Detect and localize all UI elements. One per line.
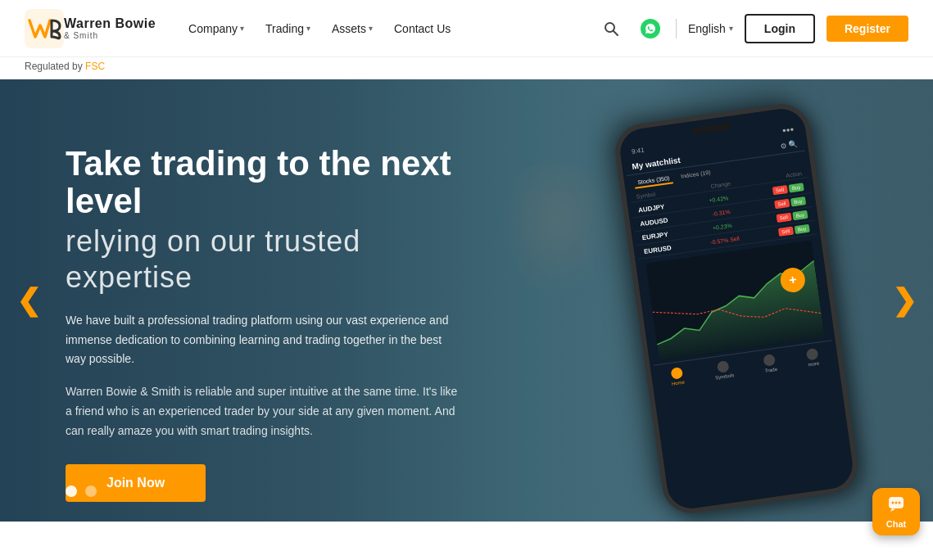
phone-chart: + bbox=[645, 240, 825, 360]
chat-widget[interactable]: Chat bbox=[872, 488, 920, 535]
chat-label: Chat bbox=[886, 519, 906, 529]
fsc-link[interactable]: FSC bbox=[85, 61, 105, 72]
brand-name: Warren Bowie bbox=[64, 16, 156, 31]
svg-point-6 bbox=[892, 501, 895, 504]
chevron-down-icon: ▾ bbox=[369, 24, 373, 33]
nav-item-trading[interactable]: Trading ▾ bbox=[257, 16, 319, 42]
phone-nav-home[interactable]: Home bbox=[669, 367, 685, 386]
phone-nav-trade[interactable]: Trade bbox=[763, 354, 777, 373]
header: Warren Bowie & Smith Company ▾ Trading ▾… bbox=[0, 0, 933, 79]
carousel-dot-1[interactable] bbox=[66, 485, 77, 497]
regulated-bar: Regulated by FSC bbox=[0, 57, 933, 79]
search-button[interactable] bbox=[597, 15, 625, 43]
svg-line-2 bbox=[614, 31, 618, 35]
chat-icon bbox=[887, 495, 905, 517]
hero-content: Take trading to the next level relying o… bbox=[66, 145, 491, 502]
chevron-down-icon: ▾ bbox=[729, 24, 733, 33]
login-button[interactable]: Login bbox=[745, 14, 815, 43]
chevron-down-icon: ▾ bbox=[306, 24, 310, 33]
hero-section: ❮ Take trading to the next level relying… bbox=[0, 79, 933, 522]
phone-tab-stocks[interactable]: Stocks (350) bbox=[634, 173, 674, 188]
phone-nav-symbols[interactable]: Symbols bbox=[713, 359, 735, 380]
hero-desc-1: We have built a professional trading pla… bbox=[66, 311, 459, 369]
hero-title-light: relying on our trusted expertise bbox=[66, 224, 491, 294]
chevron-down-icon: ▾ bbox=[240, 24, 244, 33]
svg-point-8 bbox=[899, 501, 901, 504]
whatsapp-icon bbox=[640, 18, 661, 39]
carousel-next-button[interactable]: ❯ bbox=[884, 278, 925, 323]
symbols-icon bbox=[717, 360, 730, 373]
register-button[interactable]: Register bbox=[827, 16, 908, 42]
phone-mockup: 9:41 ●●● My watchlist ⚙ 🔍 Stocks (350) I… bbox=[540, 96, 851, 522]
trade-icon bbox=[763, 354, 777, 367]
home-icon bbox=[670, 367, 683, 380]
svg-point-7 bbox=[895, 501, 898, 504]
carousel-dot-2[interactable] bbox=[85, 485, 97, 497]
nav-item-assets[interactable]: Assets ▾ bbox=[324, 16, 381, 42]
carousel-prev-button[interactable]: ❮ bbox=[8, 278, 49, 323]
main-nav: Company ▾ Trading ▾ Assets ▾ Contact Us bbox=[180, 16, 597, 42]
phone-outer: 9:41 ●●● My watchlist ⚙ 🔍 Stocks (350) I… bbox=[612, 101, 861, 517]
phone-screen: 9:41 ●●● My watchlist ⚙ 🔍 Stocks (350) I… bbox=[618, 106, 856, 511]
nav-item-company[interactable]: Company ▾ bbox=[180, 16, 252, 42]
chat-bubble-icon bbox=[887, 495, 905, 513]
language-selector[interactable]: English ▾ bbox=[688, 22, 733, 35]
hero-desc-2: Warren Bowie & Smith is reliable and sup… bbox=[66, 382, 459, 440]
phone-tab-indices[interactable]: Indices (19) bbox=[677, 167, 714, 183]
warren-bowie-logo-icon bbox=[25, 9, 64, 48]
phone-chart-svg bbox=[645, 240, 825, 360]
search-icon bbox=[603, 20, 619, 37]
header-right: English ▾ Login Register bbox=[597, 14, 908, 43]
carousel-dots bbox=[66, 485, 97, 497]
brand-sub: & Smith bbox=[64, 31, 156, 40]
logo-text: Warren Bowie & Smith bbox=[64, 16, 156, 40]
phone-nav-more[interactable]: more bbox=[806, 348, 820, 368]
whatsapp-button[interactable] bbox=[636, 15, 664, 43]
hero-title-bold: Take trading to the next level bbox=[66, 145, 491, 220]
nav-divider bbox=[676, 19, 677, 38]
logo[interactable]: Warren Bowie & Smith bbox=[25, 9, 156, 48]
nav-item-contact[interactable]: Contact Us bbox=[386, 16, 459, 42]
more-icon bbox=[806, 348, 819, 361]
